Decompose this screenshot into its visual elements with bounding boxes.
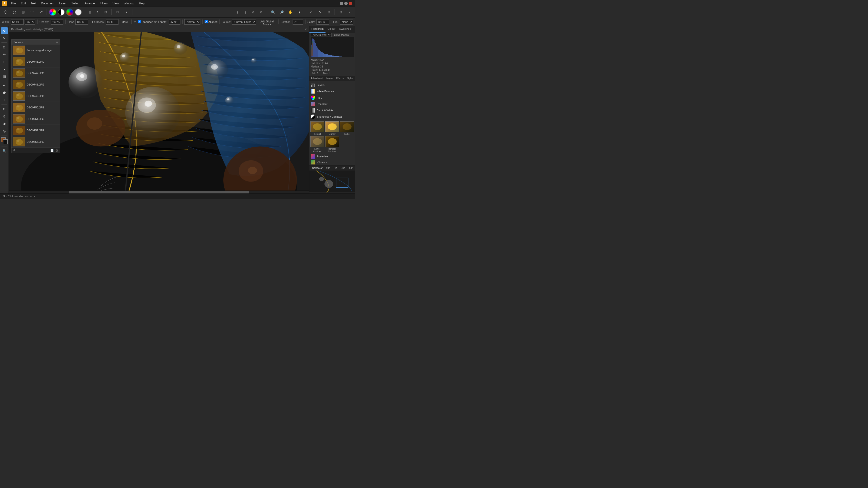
tab-adjustment[interactable]: Adjustment xyxy=(309,76,324,81)
adj-levels[interactable]: Levels xyxy=(309,82,355,88)
menu-filters[interactable]: Filters xyxy=(98,1,110,6)
menu-view[interactable]: View xyxy=(111,1,121,6)
sources-eye-button[interactable]: 👁 xyxy=(13,149,16,152)
tool-fill[interactable]: ⬥ xyxy=(1,66,8,72)
source-item[interactable]: DSC9746.JPG xyxy=(11,56,60,67)
adj-vibrance[interactable]: Vibrance xyxy=(309,159,355,165)
style-darker[interactable]: Darker xyxy=(340,121,354,135)
width-unit[interactable]: px xyxy=(25,19,35,25)
canvas-area[interactable]: Paul Hollingworth.afdesign (67.6%) × xyxy=(9,26,309,193)
toolbar-color-picker[interactable] xyxy=(49,8,56,16)
flow-input[interactable] xyxy=(75,19,88,25)
nav-tab-chn[interactable]: Chn xyxy=(339,166,346,170)
menu-file[interactable]: File xyxy=(9,1,18,6)
toolbar-circle[interactable]: ◎ xyxy=(11,9,18,15)
tool-paint[interactable]: ✏ xyxy=(1,51,8,58)
aligned-checkbox[interactable]: Aligned xyxy=(205,20,217,23)
toolbar-right-2[interactable]: ⤡ xyxy=(316,9,323,15)
adj-brightness-contrast[interactable]: Brightness / Contrast xyxy=(309,113,355,120)
nav-tab-navigator[interactable]: Navigator xyxy=(311,166,324,170)
horizontal-scrollbar[interactable] xyxy=(9,191,309,193)
stabiliser-checkbox[interactable]: Stabiliser xyxy=(138,20,153,23)
menu-text[interactable]: Text xyxy=(29,1,38,6)
tab-colour[interactable]: Colour xyxy=(326,26,337,33)
toolbar-help[interactable]: ? xyxy=(346,9,353,15)
toolbar-dropdown[interactable]: ▾ xyxy=(123,9,130,15)
toolbar-color-circle[interactable] xyxy=(66,8,73,16)
menu-document[interactable]: Document xyxy=(39,1,56,6)
tool-heal[interactable]: ⊙ xyxy=(1,113,8,120)
toolbar-white-circle[interactable] xyxy=(75,9,82,15)
tool-pen[interactable]: ✒ xyxy=(1,82,8,89)
length-input[interactable] xyxy=(169,19,180,25)
source-item[interactable]: DSC9752.JPG xyxy=(11,125,60,136)
layer-label[interactable]: Layer xyxy=(334,33,340,36)
toolbar-zoom-out[interactable]: 🔎 xyxy=(278,9,285,15)
tool-crop[interactable]: ⊡ xyxy=(1,43,8,51)
toolbar-grid2[interactable]: ⊞ xyxy=(86,9,94,15)
toolbar-pan[interactable]: ✋ xyxy=(287,9,294,15)
tab-layers[interactable]: Layers xyxy=(324,76,335,81)
window-maximize[interactable] xyxy=(344,2,348,5)
tool-select[interactable]: ↖ xyxy=(1,35,8,41)
adj-black-white[interactable]: Black & White xyxy=(309,107,355,113)
toolbar-right-3[interactable]: ⊞ xyxy=(325,9,332,15)
blend-mode-select[interactable]: Normal xyxy=(184,19,200,25)
menu-layer[interactable]: Layer xyxy=(57,1,68,6)
nav-tab-his[interactable]: His xyxy=(333,166,338,170)
toolbar-info[interactable]: ℹ xyxy=(296,9,303,15)
source-item[interactable]: Focus merged image xyxy=(11,44,60,56)
sources-trash-button[interactable]: 🗑 xyxy=(55,149,58,152)
tool-gradient[interactable]: ▦ xyxy=(1,73,8,80)
tool-dodge[interactable]: ◑ xyxy=(1,120,8,127)
width-input[interactable] xyxy=(11,19,24,25)
menu-edit[interactable]: Edit xyxy=(19,1,28,6)
source-item[interactable]: DSC9751.JPG xyxy=(11,113,60,125)
toolbar-grid[interactable]: ⊞ xyxy=(20,9,27,15)
channel-select[interactable]: All Channels xyxy=(311,33,332,37)
toolbar-arr-right[interactable]: ⟫ xyxy=(234,9,241,15)
toolbar-cursor[interactable]: ↖ xyxy=(94,9,101,15)
tab-histogram[interactable]: Histogram xyxy=(309,26,326,33)
tab-effects[interactable]: Effects xyxy=(335,76,345,81)
toolbar-contrast[interactable] xyxy=(58,9,65,15)
style-lower-contrast[interactable]: Lower Contrast xyxy=(310,136,324,153)
tab-stock[interactable]: Stock xyxy=(355,76,355,81)
source-item[interactable]: DSC9748.JPG xyxy=(11,79,60,90)
source-item[interactable]: DSC9750.JPG xyxy=(11,102,60,113)
tool-move[interactable]: ✥ xyxy=(1,27,8,34)
tab-swatches[interactable]: Swatches xyxy=(337,26,353,33)
sources-doc-button[interactable]: 📄 xyxy=(50,149,54,152)
toolbar-crop[interactable]: ⊡ xyxy=(102,9,109,15)
toolbar-redo[interactable]: ⎊ xyxy=(257,9,265,15)
source-select[interactable]: Current Layer xyxy=(232,19,256,25)
rotation-input[interactable] xyxy=(292,19,303,25)
more-button[interactable]: More xyxy=(120,19,129,25)
tool-clone[interactable]: ⊕ xyxy=(1,105,8,112)
flip-select[interactable]: None xyxy=(340,19,353,25)
navigator-preview[interactable] xyxy=(309,170,355,192)
toolbar-right-1[interactable]: ⤢ xyxy=(307,9,315,15)
canvas-image-area[interactable]: Sources × Focus merged image DSC9746.JP xyxy=(9,32,309,193)
menu-arrange[interactable]: Arrange xyxy=(83,1,97,6)
window-minimize[interactable] xyxy=(340,2,343,5)
marque-label[interactable]: Marque xyxy=(341,33,349,36)
tab-brushes[interactable]: Brushes xyxy=(353,26,355,33)
tool-erase[interactable]: ◻ xyxy=(1,58,8,65)
menu-window[interactable]: Window xyxy=(122,1,136,6)
menu-help[interactable]: Help xyxy=(137,1,147,6)
style-default[interactable]: Default xyxy=(310,121,324,135)
adj-recolour[interactable]: Recolour xyxy=(309,101,355,107)
source-item[interactable]: DSC9747.JPG xyxy=(11,67,60,79)
tool-shape[interactable]: ⬟ xyxy=(1,89,8,96)
canvas-close-button[interactable]: × xyxy=(305,27,307,31)
toolbar-waveform[interactable]: 〰 xyxy=(28,9,36,15)
toolbar-new[interactable]: ⬡ xyxy=(2,9,9,15)
nav-tab-32p[interactable]: 32P xyxy=(347,166,354,170)
scrollbar-thumb[interactable] xyxy=(69,191,249,193)
hardness-input[interactable] xyxy=(106,19,119,25)
source-item[interactable]: DSC9749.JPG xyxy=(11,90,60,102)
source-item[interactable]: DSC9753.JPG xyxy=(11,136,60,148)
adj-posterise[interactable]: Posterise xyxy=(309,154,355,159)
adj-white-balance[interactable]: White Balance xyxy=(309,88,355,95)
